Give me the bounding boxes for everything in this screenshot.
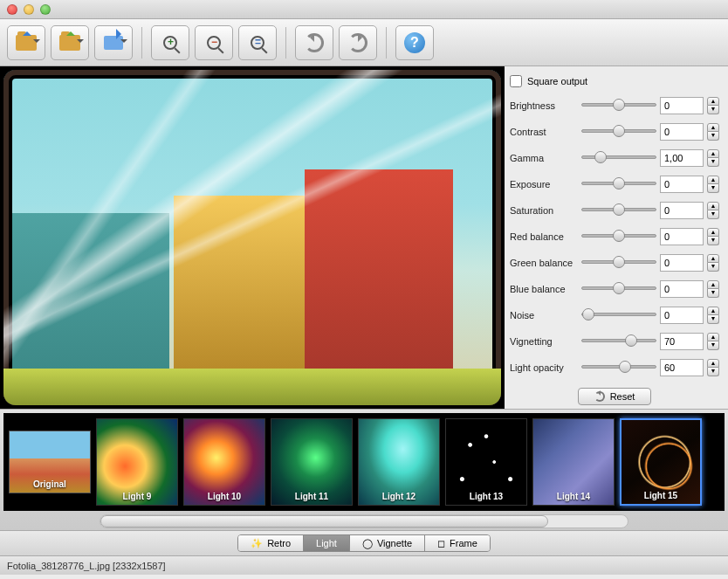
toolbar-separator — [141, 27, 142, 59]
slider-label: Saturation — [510, 205, 578, 216]
stepper-up[interactable]: ▲ — [707, 333, 719, 341]
value-vignetting[interactable] — [660, 333, 704, 350]
help-button[interactable]: ? — [395, 25, 434, 60]
tab-frame[interactable]: ◻Frame — [425, 535, 490, 551]
stepper-contrast: ▲▼ — [707, 123, 719, 141]
slider-row-green-balance: Green balance▲▼ — [510, 250, 719, 276]
tab-vignette[interactable]: ◯Vignette — [350, 535, 425, 551]
filmstrip: OriginalLight 9Light 10Light 11Light 12L… — [0, 409, 728, 531]
status-bar: Fotolia_38128776_L.jpg [2332x1587] — [0, 555, 728, 575]
stepper-down[interactable]: ▼ — [707, 289, 719, 298]
stepper-down[interactable]: ▼ — [707, 210, 719, 219]
reset-button[interactable]: Reset — [578, 388, 652, 405]
slider-label: Blue balance — [510, 284, 578, 294]
window-zoom-button[interactable] — [40, 4, 51, 15]
thumb-light-15[interactable]: Light 15 — [620, 418, 702, 506]
stepper-down[interactable]: ▼ — [707, 263, 719, 272]
stepper-up[interactable]: ▲ — [707, 149, 719, 158]
filmstrip-scrollbar[interactable] — [100, 514, 628, 528]
slider-saturation[interactable] — [581, 203, 656, 216]
window-close-button[interactable] — [7, 4, 17, 15]
thumb-original[interactable]: Original — [9, 431, 91, 493]
value-contrast[interactable] — [660, 123, 704, 141]
reset-icon — [594, 391, 605, 402]
value-red-balance[interactable] — [660, 228, 704, 245]
slider-green-balance[interactable] — [581, 256, 656, 268]
zoom-in-button[interactable] — [151, 25, 189, 60]
stepper-down[interactable]: ▼ — [707, 341, 719, 350]
thumb-label: Light 12 — [382, 492, 416, 505]
stepper-brightness: ▲▼ — [707, 97, 719, 114]
stepper-up[interactable]: ▲ — [707, 176, 719, 184]
slider-row-brightness: Brightness▲▼ — [510, 93, 719, 119]
save-file-button[interactable] — [51, 25, 89, 60]
thumb-label: Light 9 — [123, 492, 152, 505]
thumb-light-10[interactable]: Light 10 — [183, 418, 265, 506]
value-blue-balance[interactable] — [660, 280, 704, 298]
stepper-blue-balance: ▲▼ — [707, 280, 719, 298]
value-saturation[interactable] — [660, 202, 704, 219]
tab-icon: ◻ — [437, 538, 445, 549]
thumb-light-9[interactable]: Light 9 — [96, 418, 178, 506]
thumb-light-12[interactable]: Light 12 — [358, 418, 440, 506]
stepper-up[interactable]: ▲ — [707, 359, 719, 368]
slider-brightness[interactable] — [581, 99, 656, 111]
filmstrip-scrollbar-thumb[interactable] — [100, 515, 548, 527]
thumb-light-11[interactable]: Light 11 — [271, 418, 353, 506]
stepper-up[interactable]: ▲ — [707, 254, 719, 263]
window-minimize-button[interactable] — [24, 4, 34, 15]
filmstrip-inner: OriginalLight 9Light 10Light 11Light 12L… — [3, 413, 725, 511]
stepper-down[interactable]: ▼ — [707, 184, 719, 193]
value-gamma[interactable] — [660, 149, 704, 167]
stepper-red-balance: ▲▼ — [707, 228, 719, 245]
rotate-left-button[interactable] — [295, 25, 333, 60]
slider-label: Exposure — [510, 179, 578, 190]
slider-row-light-opacity: Light opacity▲▼ — [510, 355, 719, 381]
status-text: Fotolia_38128776_L.jpg [2332x1587] — [7, 561, 166, 571]
slider-vignetting[interactable] — [581, 334, 656, 347]
tab-label: Frame — [450, 538, 477, 548]
tab-retro[interactable]: ✨Retro — [238, 535, 304, 551]
stepper-down[interactable]: ▼ — [707, 237, 719, 245]
toolbar-separator — [386, 27, 387, 59]
window-titlebar — [0, 0, 728, 19]
slider-noise[interactable] — [581, 308, 656, 321]
stepper-up[interactable]: ▲ — [707, 202, 719, 210]
stepper-down[interactable]: ▼ — [707, 368, 719, 376]
reset-button-label: Reset — [610, 391, 635, 402]
slider-red-balance[interactable] — [581, 230, 656, 242]
image-canvas[interactable] — [0, 66, 505, 409]
stepper-up[interactable]: ▲ — [707, 280, 719, 289]
square-output-checkbox[interactable] — [510, 75, 522, 87]
slider-label: Gamma — [510, 153, 578, 163]
value-light-opacity[interactable] — [660, 359, 704, 376]
stepper-up[interactable]: ▲ — [707, 307, 719, 315]
stepper-up[interactable]: ▲ — [707, 97, 719, 106]
slider-exposure[interactable] — [581, 177, 656, 190]
stepper-up[interactable]: ▲ — [707, 228, 719, 237]
zoom-fit-button[interactable] — [238, 25, 277, 60]
slider-gamma[interactable] — [581, 151, 656, 163]
stepper-down[interactable]: ▼ — [707, 132, 719, 141]
thumb-light-14[interactable]: Light 14 — [532, 418, 615, 506]
stepper-down[interactable]: ▼ — [707, 106, 719, 114]
value-brightness[interactable] — [660, 97, 704, 114]
tab-light[interactable]: Light — [304, 535, 350, 551]
open-file-button[interactable] — [7, 25, 45, 60]
value-noise[interactable] — [660, 307, 704, 324]
stepper-down[interactable]: ▼ — [707, 315, 719, 324]
thumb-light-13[interactable]: Light 13 — [445, 418, 527, 506]
rotate-right-button[interactable] — [339, 25, 377, 60]
stepper-down[interactable]: ▼ — [707, 158, 719, 167]
slider-blue-balance[interactable] — [581, 282, 656, 294]
value-exposure[interactable] — [660, 176, 704, 193]
slider-label: Brightness — [510, 100, 578, 111]
slider-light-opacity[interactable] — [581, 361, 656, 373]
stepper-noise: ▲▼ — [707, 307, 719, 324]
share-button[interactable] — [94, 25, 133, 60]
value-green-balance[interactable] — [660, 254, 704, 272]
zoom-out-button[interactable] — [195, 25, 233, 60]
stepper-saturation: ▲▼ — [707, 202, 719, 219]
slider-contrast[interactable] — [581, 125, 656, 137]
stepper-up[interactable]: ▲ — [707, 123, 719, 132]
